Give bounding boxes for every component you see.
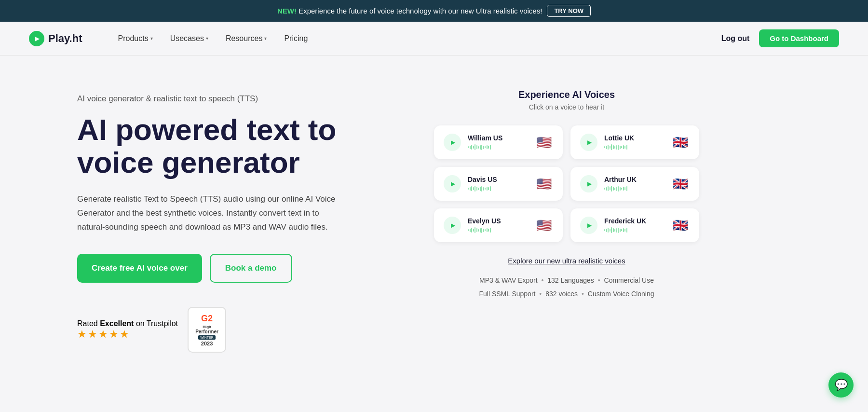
sep: • [598,276,600,284]
cta-buttons: Create free AI voice over Book a demo [77,254,415,283]
voice-name-4: Evelyn US [468,217,528,225]
voice-card-william-us[interactable]: William US 🇺🇸 [434,125,563,159]
nav-item-usecases[interactable]: Usecases ▾ [163,30,215,47]
rated-text: Rated [77,319,98,328]
trust-text-area: Rated Excellent on Trustpilot ★★★★★ [77,319,178,341]
voice-info-3: Arthur UK [604,176,665,192]
voice-wave-2 [468,185,528,192]
voice-wave-5 [604,227,665,233]
g2-winter: WINTER [198,335,216,340]
on-text: on Trustpilot [136,319,178,328]
play-button-5[interactable] [580,217,597,234]
voice-wave-4 [468,227,528,233]
voice-flag-5: 🇬🇧 [671,216,690,234]
voice-flag-2: 🇺🇸 [535,175,553,193]
sep: • [582,290,584,298]
chat-fab-button[interactable]: 💬 [828,372,854,398]
book-demo-button[interactable]: Book a demo [210,254,292,283]
logo[interactable]: Play.ht [29,31,82,46]
play-button-3[interactable] [580,175,597,192]
dashboard-button[interactable]: Go to Dashboard [759,29,839,47]
g2-high: High [203,325,211,329]
voice-name-1: Lottie UK [604,134,665,142]
voice-info-1: Lottie UK [604,134,665,151]
logo-text: Play.ht [48,32,82,45]
voice-flag-3: 🇬🇧 [671,175,690,193]
g2-badge: G2 High Performer WINTER 2023 [188,307,226,353]
voice-card-lottie-uk[interactable]: Lottie UK 🇬🇧 [570,125,699,159]
create-voice-button[interactable]: Create free AI voice over [77,254,202,283]
voice-flag-1: 🇬🇧 [671,133,690,151]
try-now-button[interactable]: TRY NOW [547,5,591,17]
sep: • [539,290,542,298]
play-button-2[interactable] [444,175,461,192]
features-list: MP3 & WAV Export • 132 Languages • Comme… [434,274,699,301]
voice-info-2: Davis US [468,176,528,192]
voice-name-0: William US [468,134,528,142]
navbar: Play.ht Products ▾ Usecases ▾ Resources … [0,22,868,55]
usecases-chevron-icon: ▾ [206,36,208,41]
voice-card-evelyn-us[interactable]: Evelyn US 🇺🇸 [434,208,563,242]
g2-logo: G2 [201,314,213,324]
voice-info-5: Frederick UK [604,217,665,233]
voice-wave-1 [604,144,665,151]
voice-info-4: Evelyn US [468,217,528,233]
voice-name-3: Arthur UK [604,176,665,183]
voice-flag-4: 🇺🇸 [535,216,553,234]
top-banner: NEW! Experience the future of voice tech… [0,0,868,22]
main-content: AI voice generator & realistic text to s… [0,55,868,412]
chat-icon: 💬 [835,379,848,391]
right-panel: Experience AI Voices Click on a voice to… [434,84,699,395]
left-panel: AI voice generator & realistic text to s… [77,84,415,395]
explore-link[interactable]: Explore our new ultra realistic voices [434,257,699,265]
banner-message: Experience the future of voice technolog… [298,7,542,15]
voice-name-5: Frederick UK [604,217,665,225]
nav-item-resources[interactable]: Resources ▾ [219,30,273,47]
features-line-2: Full SSML Support • 832 voices • Custom … [434,287,699,301]
voice-name-2: Davis US [468,176,528,183]
products-chevron-icon: ▾ [150,36,153,41]
sep: • [541,276,543,284]
voice-card-arthur-uk[interactable]: Arthur UK 🇬🇧 [570,167,699,201]
hero-title: AI powered text to voice generator [77,113,415,179]
play-button-4[interactable] [444,217,461,234]
star-rating: ★★★★★ [77,328,178,341]
g2-performer: Performer [195,329,218,334]
voice-card-frederick-uk[interactable]: Frederick UK 🇬🇧 [570,208,699,242]
logout-button[interactable]: Log out [721,34,750,43]
g2-year: 2023 [201,341,213,346]
nav-links: Products ▾ Usecases ▾ Resources ▾ Pricin… [111,30,721,47]
banner-text: NEW! Experience the future of voice tech… [277,7,542,15]
nav-actions: Log out Go to Dashboard [721,29,839,47]
voices-subtitle: Click on a voice to hear it [434,103,699,111]
voice-info-0: William US [468,134,528,151]
hero-description: Generate realistic Text to Speech (TTS) … [77,192,347,234]
rated-bold: Excellent [100,319,134,328]
new-badge: NEW! [277,7,297,15]
nav-item-products[interactable]: Products ▾ [111,30,160,47]
play-button-1[interactable] [580,134,597,151]
voice-wave-0 [468,144,528,151]
voice-flag-0: 🇺🇸 [535,133,553,151]
hero-subtitle: AI voice generator & realistic text to s… [77,94,415,104]
voice-grid: William US 🇺🇸 Lottie UK 🇬🇧 Davis US 🇺🇸 A… [434,125,699,242]
voices-title: Experience AI Voices [434,89,699,100]
voice-card-davis-us[interactable]: Davis US 🇺🇸 [434,167,563,201]
logo-icon [29,31,44,46]
voice-wave-3 [604,185,665,192]
features-line-1: MP3 & WAV Export • 132 Languages • Comme… [434,274,699,287]
nav-item-pricing[interactable]: Pricing [277,30,314,47]
play-button-0[interactable] [444,134,461,151]
trust-section: Rated Excellent on Trustpilot ★★★★★ G2 H… [77,307,415,353]
resources-chevron-icon: ▾ [264,36,267,41]
